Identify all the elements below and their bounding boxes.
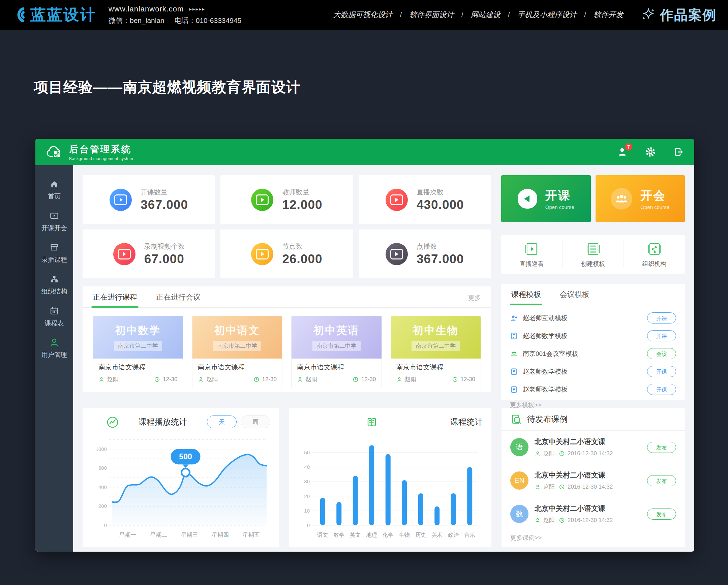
start-course-pill[interactable]: 开课 xyxy=(647,330,676,341)
phone-label: 电话：010-63334945 xyxy=(175,16,241,25)
video-screen-icon xyxy=(49,211,59,221)
logout-button[interactable] xyxy=(673,147,684,157)
publish-pill[interactable]: 发布 xyxy=(647,442,676,453)
start-course-pill[interactable]: 开课 xyxy=(647,384,676,395)
lanlan-logo: 蓝蓝设计 xyxy=(11,4,96,25)
play-statistics-panel: 课程播放统计 天 周 02004006001000星期一星期二星期三星期四星期五… xyxy=(83,408,279,547)
tab-live-courses[interactable]: 正在进行课程 xyxy=(93,292,137,307)
clock-icon xyxy=(559,451,565,457)
more-lessons-link[interactable]: 更多课例>> xyxy=(501,530,685,545)
tab-live-meetings[interactable]: 正在进行会议 xyxy=(156,292,201,307)
course-statistics-chart: 01020304050语文数学英文地理化学生物历史美术政治音乐 xyxy=(297,430,484,541)
publish-pill[interactable]: 发布 xyxy=(647,475,676,486)
document-icon xyxy=(510,332,518,340)
video-stat-icon xyxy=(386,243,408,265)
school-badge: 南京市第二中学 xyxy=(213,341,261,351)
page-title: 项目经验——南京超燃视频教育界面设计 xyxy=(34,78,301,97)
stat-card-teachers: 教师数量 12.000 xyxy=(220,175,353,224)
svg-text:30: 30 xyxy=(304,479,310,484)
svg-text:语文: 语文 xyxy=(317,532,328,538)
publish-row: EN 北京中关村二小语文课 赵阳 2016-12-30 14:32 xyxy=(510,464,676,497)
course-card-english[interactable]: 初中英语 南京市第二中学 南京市语文课程 赵阳 xyxy=(291,316,382,388)
course-card-chinese[interactable]: 初中语文 南京市第二中学 南京市语文课程 赵阳 xyxy=(192,316,283,388)
quick-action-organization[interactable]: 组织机构 xyxy=(624,241,685,268)
stat-card-nodes: 节点数 26.000 xyxy=(220,230,353,278)
publish-row: 语 北京中关村二小语文课 赵阳 2016-12-30 14:32 xyxy=(510,431,676,464)
quick-action-create-template[interactable]: 创建模板 xyxy=(562,241,624,268)
service-item[interactable]: 手机及小程序设计 xyxy=(504,10,580,20)
live-patrol-icon xyxy=(524,241,540,257)
lanlan-logo-icon xyxy=(11,6,27,23)
template-row[interactable]: 赵老师数学模板 开课 xyxy=(510,363,676,380)
svg-text:40: 40 xyxy=(304,464,310,470)
more-link[interactable]: 更多 xyxy=(468,293,481,307)
sidebar-item-recordings[interactable]: 录播课程 xyxy=(35,237,73,269)
service-item[interactable]: 大数据可视化设计 xyxy=(330,10,396,20)
tab-meeting-templates[interactable]: 会议模板 xyxy=(560,290,590,304)
app-sidebar: 首页 开课开会 录播课程 xyxy=(35,165,73,552)
lanlan-logo-text: 蓝蓝设计 xyxy=(30,4,96,25)
svg-text:历史: 历史 xyxy=(415,532,426,538)
template-row[interactable]: 赵老师数学模板 开课 xyxy=(510,380,676,398)
trend-circle-icon xyxy=(106,416,119,428)
toggle-week[interactable]: 周 xyxy=(241,416,270,428)
sidebar-item-home[interactable]: 首页 xyxy=(35,174,73,206)
quick-actions-card: 直播巡看 创建模板 xyxy=(501,235,685,274)
svg-text:星期三: 星期三 xyxy=(181,532,198,538)
course-card-math[interactable]: 初中数学 南京市第二中学 南京市语文课程 赵阳 xyxy=(93,316,183,388)
school-badge: 南京市第二中学 xyxy=(412,341,460,351)
app-content: 开课数量 367.000 教师数量 12.000 直播次数 xyxy=(73,165,694,552)
doc-search-icon xyxy=(510,413,522,425)
app-title: 后台管理系统 xyxy=(69,143,133,155)
svg-text:政治: 政治 xyxy=(448,532,459,538)
open-course-button[interactable]: 开课 Open course xyxy=(501,175,591,222)
sidebar-item-schedule[interactable]: 课程表 xyxy=(35,300,73,332)
user-green-icon xyxy=(49,337,59,347)
site-url[interactable]: www.lanlanwork.com xyxy=(108,5,184,14)
start-course-pill[interactable]: 开课 xyxy=(647,366,676,377)
clock-icon xyxy=(559,484,565,490)
book-icon xyxy=(366,416,378,428)
video-stat-icon xyxy=(251,243,273,265)
svg-text:50: 50 xyxy=(304,450,310,455)
sidebar-item-users[interactable]: 用户管理 xyxy=(35,332,73,364)
open-meeting-button[interactable]: 开会 Open course xyxy=(596,175,685,222)
play-pick-icon xyxy=(518,189,537,209)
template-row[interactable]: 赵老师互动模板 开课 xyxy=(510,309,676,327)
svg-text:星期一: 星期一 xyxy=(119,532,136,538)
service-item[interactable]: 软件界面设计 xyxy=(396,10,458,20)
svg-text:400: 400 xyxy=(98,484,106,490)
calendar-icon xyxy=(49,305,59,316)
service-item[interactable]: 软件开发 xyxy=(580,10,627,20)
people-icon xyxy=(611,188,632,210)
logout-icon xyxy=(673,147,684,157)
svg-text:200: 200 xyxy=(98,503,106,509)
stats-grid: 开课数量 367.000 教师数量 12.000 直播次数 xyxy=(83,175,491,278)
tab-course-templates[interactable]: 课程模板 xyxy=(511,290,541,304)
notification-badge: 7 xyxy=(625,143,632,151)
template-row[interactable]: 南京001会议室模板 会议 xyxy=(510,345,676,363)
portfolio-label: 作品案例 xyxy=(660,6,717,24)
clock-icon xyxy=(353,376,359,382)
quick-action-live-patrol[interactable]: 直播巡看 xyxy=(501,241,562,268)
sidebar-item-live[interactable]: 开课开会 xyxy=(35,206,73,237)
publish-pill[interactable]: 发布 xyxy=(647,508,676,520)
meeting-pill[interactable]: 会议 xyxy=(647,348,676,359)
sidebar-item-organization[interactable]: 组织结构 xyxy=(35,269,73,300)
user-notifications-button[interactable]: 7 xyxy=(617,147,628,157)
toggle-day[interactable]: 天 xyxy=(207,416,237,428)
page: 蓝蓝设计 www.lanlanwork.com ▸▸▸▸▸ 微信：ben_lan… xyxy=(0,0,728,585)
start-course-pill[interactable]: 开课 xyxy=(647,312,676,323)
sitemap-icon xyxy=(49,274,59,284)
subject-avatar: 数 xyxy=(510,505,528,523)
app-subtitle: Background management system xyxy=(69,156,133,161)
publish-row: 数 北京中关村二小语文课 赵阳 2016-12-30 14:32 xyxy=(510,497,676,530)
svg-text:0: 0 xyxy=(307,522,309,528)
settings-button[interactable] xyxy=(645,147,656,157)
service-item[interactable]: 网站建设 xyxy=(458,10,504,20)
portfolio-link[interactable]: 作品案例 xyxy=(641,6,717,24)
teacher-icon xyxy=(198,376,204,382)
course-card-biology[interactable]: 初中生物 南京市第二中学 南京市语文课程 赵阳 xyxy=(391,316,481,388)
course-statistics-panel: 课程统计 01020304050语文数学英文地理化学生物历史美术政治音乐 xyxy=(289,408,491,547)
template-row[interactable]: 赵老师数学模板 开课 xyxy=(510,327,676,345)
